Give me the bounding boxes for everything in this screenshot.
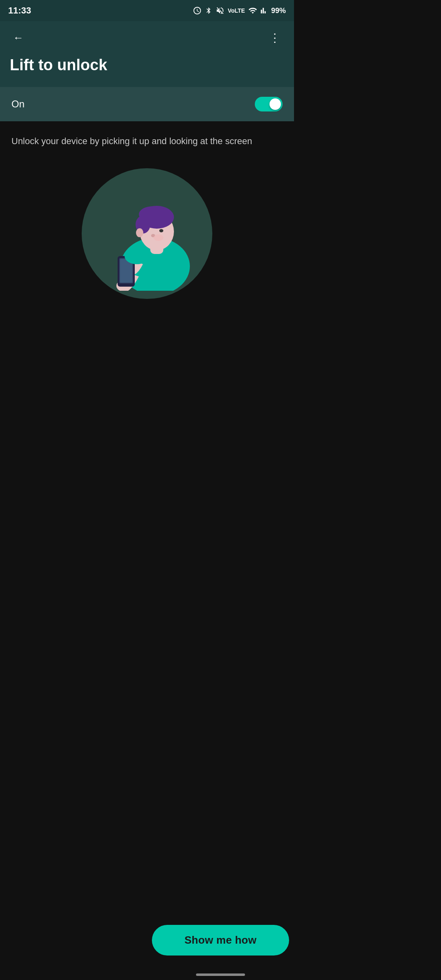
more-options-button[interactable]: ⋮ [266,28,284,48]
illustration-container [11,168,283,299]
battery-icon: 99% [271,7,286,15]
svg-point-14 [125,248,149,264]
svg-point-6 [159,229,163,232]
svg-point-9 [154,234,163,241]
wifi-icon [248,6,257,15]
toggle-section: On [0,87,294,121]
mute-icon [216,6,225,15]
illustration-circle [82,168,212,299]
toggle-switch[interactable] [255,97,283,111]
svg-point-7 [136,228,143,237]
signal-icon [261,6,268,15]
alarm-icon [193,6,202,15]
content-area: Unlock your device by picking it up and … [0,121,294,336]
status-bar: 11:33 VoLTE [0,0,294,21]
status-icons: VoLTE 99% [193,6,286,15]
header: ← ⋮ Lift to unlock [0,21,294,87]
volte-icon: VoLTE [228,7,245,14]
bluetooth-icon [205,6,212,15]
toggle-thumb [270,98,281,110]
description-text: Unlock your device by picking it up and … [11,134,283,148]
back-arrow-icon: ← [13,31,24,44]
back-button[interactable]: ← [10,28,27,47]
status-time: 11:33 [8,5,31,16]
page-title: Lift to unlock [10,56,284,75]
person-illustration [90,176,204,291]
more-dots-icon: ⋮ [269,31,281,45]
svg-point-5 [139,206,167,223]
header-top: ← ⋮ [10,28,284,48]
toggle-label: On [11,98,24,110]
